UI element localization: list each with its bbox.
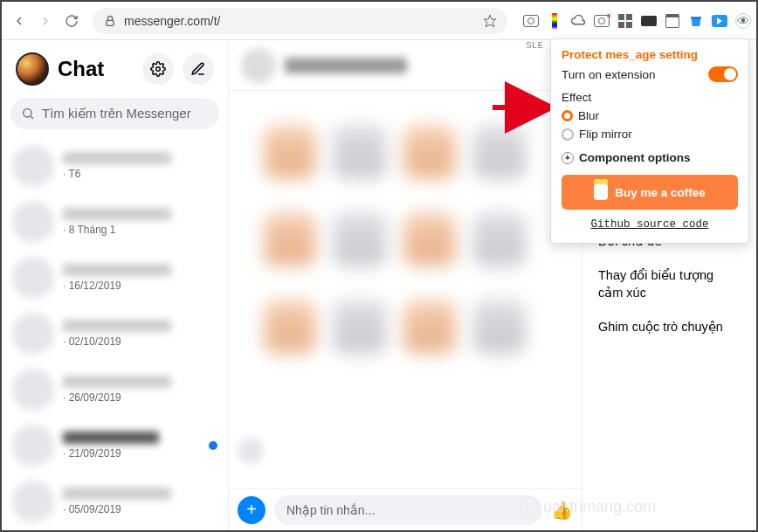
lock-icon xyxy=(103,14,117,28)
watermark: uantrimang.com xyxy=(520,497,656,516)
right-panel-item[interactable]: Thay đổi biểu tượng cảm xúc xyxy=(582,259,756,310)
conversation-item[interactable]: · 05/09/2019 xyxy=(2,473,228,529)
radio-blur[interactable]: Blur xyxy=(562,109,738,122)
url-text: messenger.com/t/ xyxy=(124,14,221,28)
camera-rec-icon[interactable] xyxy=(594,13,610,29)
trash-ext-icon[interactable] xyxy=(688,13,704,29)
chat-title: Chat xyxy=(58,57,134,81)
svg-rect-2 xyxy=(691,17,701,18)
sidebar-header: Chat xyxy=(2,40,228,94)
conversation-item[interactable]: · 16/12/2019 xyxy=(2,250,228,306)
svg-line-5 xyxy=(31,116,33,119)
popup-title: Protect mes_age setting xyxy=(562,48,738,61)
grid-ext-icon[interactable] xyxy=(617,13,633,29)
github-link[interactable]: Github source code xyxy=(562,218,738,231)
buy-coffee-button[interactable]: Buy me a coffee xyxy=(562,175,738,210)
conversation-item[interactable]: · 26/09/2019 xyxy=(2,362,228,418)
extension-toggle[interactable] xyxy=(708,66,738,82)
reload-button[interactable] xyxy=(59,9,84,33)
toggle-label: Turn on extension xyxy=(562,68,656,81)
profile-avatar[interactable] xyxy=(16,52,49,86)
conversation-item[interactable]: · 8 Tháng 1 xyxy=(2,194,228,250)
back-button[interactable] xyxy=(7,9,31,33)
sun-icon xyxy=(520,497,539,516)
search-icon xyxy=(21,107,35,121)
rainbow-ext-icon[interactable] xyxy=(547,13,562,29)
chat-avatar[interactable] xyxy=(241,48,276,83)
compose-button[interactable] xyxy=(183,53,214,85)
radio-selected-icon xyxy=(562,110,573,121)
conversation-item[interactable]: · 02/10/2019 xyxy=(2,306,228,362)
chat-body xyxy=(229,91,582,488)
radio-flip[interactable]: Flip mirror xyxy=(562,128,738,141)
calendar-ext-icon[interactable] xyxy=(665,13,680,29)
address-bar[interactable]: messenger.com/t/ xyxy=(93,8,507,34)
toggle-row: Turn on extension xyxy=(562,66,738,82)
extension-popup: Protect mes_age setting Turn on extensio… xyxy=(550,38,749,244)
svg-rect-0 xyxy=(107,20,114,25)
protect-ext-icon[interactable]: 👁 xyxy=(735,13,751,29)
coffee-icon xyxy=(594,184,608,200)
plus-icon: + xyxy=(562,152,574,164)
effect-label: Effect xyxy=(562,91,738,104)
youtube-ext-icon[interactable] xyxy=(712,13,727,29)
settings-button[interactable] xyxy=(142,53,174,85)
component-options[interactable]: + Component options xyxy=(562,151,738,164)
camera-icon[interactable] xyxy=(523,13,539,29)
unread-indicator xyxy=(209,441,217,450)
conversation-item[interactable]: · 21/09/2019 xyxy=(2,418,228,473)
add-button[interactable]: + xyxy=(238,496,265,524)
svg-point-3 xyxy=(156,67,161,72)
sidebar: Chat Tìm kiếm trên Messenger · T6 · 8 Th… xyxy=(2,40,229,530)
forward-button[interactable] xyxy=(33,9,58,33)
svg-marker-1 xyxy=(484,15,495,26)
cloud-ext-icon[interactable] xyxy=(570,13,586,29)
browser-toolbar: messenger.com/t/ 👁 xyxy=(2,2,756,40)
star-icon[interactable] xyxy=(483,14,497,28)
svg-point-4 xyxy=(24,109,31,117)
conversation-list: · T6 · 8 Tháng 1 · 16/12/2019 · 02/10/20… xyxy=(2,138,228,530)
search-input[interactable]: Tìm kiếm trên Messenger xyxy=(10,98,219,129)
right-panel-item[interactable]: Ghim cuộc trò chuyện xyxy=(582,310,756,345)
extension-icons: 👁 xyxy=(523,13,751,29)
message-input[interactable]: Nhập tin nhắn... xyxy=(274,495,542,525)
radio-unselected-icon xyxy=(562,128,574,141)
chat-header xyxy=(229,40,582,91)
search-placeholder: Tìm kiếm trên Messenger xyxy=(42,106,191,121)
conversation-item[interactable]: · T6 xyxy=(2,138,228,194)
chat-name xyxy=(285,58,407,73)
keyboard-ext-icon[interactable] xyxy=(641,13,657,29)
